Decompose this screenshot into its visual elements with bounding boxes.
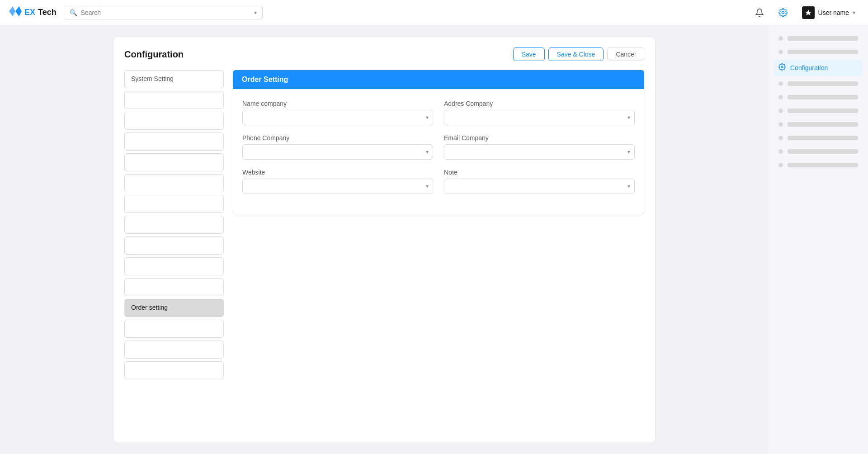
svg-marker-3	[805, 9, 811, 15]
sidebar-dot-8	[778, 136, 783, 140]
phone-company-group: Phone Company ▾	[242, 134, 433, 160]
address-company-label: Addres Company	[444, 100, 635, 107]
phone-company-select-wrapper: ▾	[242, 144, 433, 160]
left-nav-item-order-setting[interactable]: Order setting	[124, 299, 224, 317]
left-nav-item-3[interactable]	[124, 112, 224, 130]
name-company-select[interactable]	[242, 110, 433, 125]
sidebar-dot-1	[778, 36, 783, 41]
address-company-select-wrapper: ▾	[444, 110, 635, 125]
sidebar-bar-6	[788, 109, 858, 113]
form-section-body: Name company ▾ Addres Company	[233, 89, 644, 214]
form-row-3: Website ▾ Note	[242, 169, 635, 194]
form-row-2: Phone Company ▾ Email Company	[242, 134, 635, 160]
sidebar-dot-4	[778, 81, 783, 86]
right-sidebar-item-4[interactable]	[774, 78, 863, 90]
left-nav: System Setting Order setting	[124, 70, 224, 379]
email-company-label: Email Company	[444, 134, 635, 142]
sidebar-dot-5	[778, 95, 783, 99]
name-company-group: Name company ▾	[242, 100, 433, 125]
user-menu[interactable]: User name ▾	[798, 5, 859, 21]
email-company-select-wrapper: ▾	[444, 144, 635, 160]
phone-company-select[interactable]	[242, 144, 433, 160]
sidebar-bar-9	[788, 149, 858, 154]
sidebar-dot-9	[778, 149, 783, 154]
search-chevron-icon: ▾	[254, 9, 257, 16]
svg-marker-1	[15, 6, 22, 16]
website-label: Website	[242, 169, 433, 176]
left-nav-item-7[interactable]	[124, 195, 224, 213]
navbar-right: User name ▾	[751, 5, 859, 21]
right-sidebar-item-5[interactable]	[774, 91, 863, 103]
right-sidebar-item-10[interactable]	[774, 159, 863, 171]
address-company-select[interactable]	[444, 110, 635, 125]
right-sidebar-item-7[interactable]	[774, 118, 863, 130]
left-nav-item-10[interactable]	[124, 257, 224, 275]
left-nav-item-9[interactable]	[124, 236, 224, 255]
sidebar-bar-1	[788, 36, 858, 41]
right-sidebar-item-8[interactable]	[774, 132, 863, 144]
search-input[interactable]	[81, 9, 250, 16]
website-select-wrapper: ▾	[242, 179, 433, 194]
user-name: User name	[818, 9, 849, 16]
config-body: System Setting Order setting	[124, 70, 644, 379]
website-group: Website ▾	[242, 169, 433, 194]
email-company-select[interactable]	[444, 144, 635, 160]
sidebar-dot-10	[778, 163, 783, 167]
left-nav-item-15[interactable]	[124, 361, 224, 379]
cancel-button[interactable]: Cancel	[607, 47, 644, 61]
left-nav-item-2[interactable]	[124, 91, 224, 109]
phone-company-label: Phone Company	[242, 134, 433, 142]
website-select[interactable]	[242, 179, 433, 194]
left-nav-item-11[interactable]	[124, 278, 224, 296]
save-close-button[interactable]: Save & Close	[548, 47, 604, 61]
configuration-gear-icon	[778, 63, 786, 72]
notification-button[interactable]	[751, 5, 768, 21]
name-company-select-wrapper: ▾	[242, 110, 433, 125]
logo-tech-text: Tech	[38, 8, 57, 17]
address-company-group: Addres Company ▾	[444, 100, 635, 125]
sidebar-bar-4	[788, 81, 858, 86]
user-chevron-icon: ▾	[853, 9, 855, 16]
config-panel: Configuration Save Save & Close Cancel S…	[113, 36, 656, 443]
name-company-label: Name company	[242, 100, 433, 107]
right-sidebar-item-9[interactable]	[774, 146, 863, 157]
order-setting-header: Order Setting	[233, 70, 644, 89]
save-button[interactable]: Save	[513, 47, 545, 61]
config-actions: Save Save & Close Cancel	[513, 47, 644, 61]
email-company-group: Email Company ▾	[444, 134, 635, 160]
sidebar-bar-10	[788, 163, 858, 167]
right-sidebar-item-configuration[interactable]: Configuration	[774, 60, 863, 76]
search-bar[interactable]: 🔍 ▾	[64, 6, 263, 19]
left-nav-item-14[interactable]	[124, 340, 224, 359]
left-nav-item-4[interactable]	[124, 132, 224, 151]
page-layout: Configuration Save Save & Close Cancel S…	[0, 25, 868, 454]
right-sidebar-item-2[interactable]	[774, 46, 863, 58]
left-nav-item-system-setting[interactable]: System Setting	[124, 70, 224, 88]
logo-icon	[9, 6, 22, 19]
logo-ex-text: EX	[24, 8, 35, 17]
note-select-wrapper: ▾	[444, 179, 635, 194]
sidebar-bar-7	[788, 122, 858, 127]
right-sidebar-item-1[interactable]	[774, 33, 863, 44]
configuration-label: Configuration	[790, 64, 828, 71]
svg-point-4	[781, 66, 783, 68]
left-nav-item-13[interactable]	[124, 320, 224, 338]
left-nav-item-5[interactable]	[124, 153, 224, 171]
logo: EX Tech	[9, 6, 57, 19]
settings-button[interactable]	[775, 5, 791, 21]
left-nav-item-8[interactable]	[124, 216, 224, 234]
left-nav-item-6[interactable]	[124, 174, 224, 192]
svg-marker-0	[9, 6, 15, 16]
sidebar-dot-7	[778, 122, 783, 127]
sidebar-dot-2	[778, 50, 783, 54]
note-select[interactable]	[444, 179, 635, 194]
right-sidebar-item-6[interactable]	[774, 105, 863, 117]
sidebar-bar-5	[788, 95, 858, 99]
page-title: Configuration	[124, 49, 184, 60]
sidebar-dot-6	[778, 109, 783, 113]
main-content: Configuration Save Save & Close Cancel S…	[0, 25, 769, 454]
form-area: Order Setting Name company ▾	[233, 70, 644, 379]
sidebar-bar-2	[788, 50, 858, 54]
navbar: EX Tech 🔍 ▾ User name ▾	[0, 0, 868, 25]
sidebar-bar-8	[788, 136, 858, 140]
